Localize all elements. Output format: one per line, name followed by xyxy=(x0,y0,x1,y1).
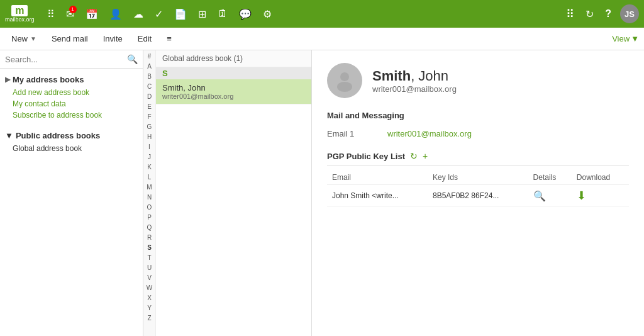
alpha-letter-x[interactable]: X xyxy=(143,293,155,303)
alpha-letter-t[interactable]: T xyxy=(143,253,155,263)
alpha-letter-h[interactable]: H xyxy=(143,132,155,142)
pgp-download-cell[interactable]: ⬇ xyxy=(572,185,629,207)
app-logo[interactable]: m mailbox.org xyxy=(5,5,35,23)
pgp-add-button[interactable]: + xyxy=(423,151,428,161)
alpha-letter-m[interactable]: M xyxy=(143,182,155,193)
action-toolbar: New ▼ Send mail Invite Edit ≡ View ▼ xyxy=(0,28,644,50)
my-address-books-section: ▶ My address books Add new address book … xyxy=(0,69,143,125)
col-email-header: Email xyxy=(327,171,428,185)
pgp-email-cell: John Smith <write... xyxy=(327,185,428,207)
alpha-letter-#[interactable]: # xyxy=(143,52,155,62)
search-icon[interactable]: 🔍 xyxy=(127,54,138,64)
alpha-letter-g[interactable]: G xyxy=(143,122,155,132)
email1-value[interactable]: writer001@mailbox.org xyxy=(387,129,472,138)
alpha-letter-o[interactable]: O xyxy=(143,203,155,213)
calendar2-icon[interactable]: 🗓 xyxy=(215,6,230,22)
pgp-details-cell[interactable]: 🔍 xyxy=(528,185,572,207)
settings-icon[interactable]: ⚙ xyxy=(260,6,274,23)
contact-letter-s: S xyxy=(156,67,311,79)
add-new-address-book-link[interactable]: Add new address book xyxy=(5,87,138,98)
alpha-letter-u[interactable]: U xyxy=(143,263,155,273)
alpha-letter-k[interactable]: K xyxy=(143,162,155,172)
pgp-download-icon[interactable]: ⬇ xyxy=(577,189,586,202)
detail-panel: Smith, John writer001@mailbox.org Mail a… xyxy=(312,50,644,336)
col-keyids-header: Key Ids xyxy=(428,171,528,185)
contacts-icon[interactable]: 👤 xyxy=(107,6,125,23)
public-address-books-header[interactable]: ▼ Public address books xyxy=(5,128,138,143)
my-contact-data-link[interactable]: My contact data xyxy=(5,98,138,109)
email1-row: Email 1 writer001@mailbox.org xyxy=(327,129,629,138)
main-layout: 🔍 ▶ My address books Add new address boo… xyxy=(0,50,644,336)
user-avatar[interactable]: JS xyxy=(620,4,639,23)
view-button[interactable]: View ▼ xyxy=(612,34,639,43)
contact-avatar xyxy=(327,63,362,98)
chat-icon[interactable]: 💬 xyxy=(236,6,254,23)
apps-icon[interactable]: ⠿ xyxy=(564,4,577,23)
grid-icon[interactable]: ⠿ xyxy=(45,6,57,23)
contacts-list: Global address book (1) S Smith, John wr… xyxy=(156,50,311,336)
notes-icon[interactable]: 📄 xyxy=(172,6,189,23)
collapse-arrow: ▶ xyxy=(5,76,10,84)
alpha-letter-c[interactable]: C xyxy=(143,82,155,92)
topbar-right: ⠿ ↻ ? JS xyxy=(564,4,639,23)
table-icon[interactable]: ⊞ xyxy=(196,6,209,23)
pgp-keyids-cell: 8B5AF0B2 86F24... xyxy=(428,185,528,207)
alpha-letter-b[interactable]: B xyxy=(143,72,155,82)
invite-button[interactable]: Invite xyxy=(97,31,129,46)
pgp-table: Email Key Ids Details Download John Smit… xyxy=(327,171,629,207)
alpha-letter-z[interactable]: Z xyxy=(143,313,155,323)
new-dropdown-arrow: ▼ xyxy=(30,35,36,42)
alpha-letter-p[interactable]: P xyxy=(143,213,155,223)
pgp-refresh-button[interactable]: ↻ xyxy=(410,151,418,161)
contact-email-header: writer001@mailbox.org xyxy=(372,84,457,94)
alpha-letter-e[interactable]: E xyxy=(143,102,155,112)
pgp-details-icon[interactable]: 🔍 xyxy=(533,191,546,201)
sidebar: 🔍 ▶ My address books Add new address boo… xyxy=(0,50,143,336)
pgp-section: PGP Public Key List ↻ + Email Key Ids De… xyxy=(327,151,629,207)
refresh-icon[interactable]: ↻ xyxy=(583,6,596,23)
cloud-icon[interactable]: ☁ xyxy=(131,6,146,23)
messaging-section-title: Mail and Messaging xyxy=(327,111,629,123)
calendar-icon[interactable]: 📅 xyxy=(83,6,101,23)
help-icon[interactable]: ? xyxy=(602,6,614,22)
mail-icon[interactable]: ✉ 1 xyxy=(64,6,77,23)
my-address-books-header[interactable]: ▶ My address books xyxy=(5,72,138,87)
contact-email-sub: writer001@mailbox.org xyxy=(162,92,305,100)
alpha-letter-w[interactable]: W xyxy=(143,283,155,293)
mail-badge: 1 xyxy=(69,6,77,13)
alpha-index: #ABCDEFGHIJKLMNOPQRSTUVWXYZ xyxy=(143,50,156,336)
alpha-letter-l[interactable]: L xyxy=(143,172,155,182)
contact-name: Smith, John xyxy=(162,83,305,92)
collapse-arrow2: ▼ xyxy=(5,131,13,140)
subscribe-address-book-link[interactable]: Subscribe to address book xyxy=(5,109,138,121)
alpha-letter-q[interactable]: Q xyxy=(143,223,155,233)
alpha-letter-r[interactable]: R xyxy=(143,233,155,243)
menu-button[interactable]: ≡ xyxy=(160,31,178,46)
global-address-book-item[interactable]: Global address book xyxy=(5,143,138,154)
search-input[interactable] xyxy=(5,55,125,64)
svg-point-1 xyxy=(337,82,352,92)
pgp-title: PGP Public Key List xyxy=(327,152,405,161)
new-button[interactable]: New ▼ xyxy=(5,31,43,46)
contact-full-name: Smith, John xyxy=(372,68,457,84)
contact-detail-name-block: Smith, John writer001@mailbox.org xyxy=(372,68,457,94)
alpha-letter-s[interactable]: S xyxy=(143,243,155,253)
contact-item[interactable]: Smith, John writer001@mailbox.org xyxy=(156,79,311,104)
contacts-header: Global address book (1) xyxy=(156,50,311,67)
alpha-letter-n[interactable]: N xyxy=(143,193,155,203)
edit-button[interactable]: Edit xyxy=(131,31,158,46)
alpha-letter-d[interactable]: D xyxy=(143,92,155,102)
col-download-header: Download xyxy=(572,171,629,185)
view-dropdown-arrow: ▼ xyxy=(631,34,639,43)
alpha-letter-a[interactable]: A xyxy=(143,62,155,72)
col-details-header: Details xyxy=(528,171,572,185)
send-mail-button[interactable]: Send mail xyxy=(45,31,94,46)
alpha-letter-f[interactable]: F xyxy=(143,112,155,122)
pgp-row: John Smith <write... 8B5AF0B2 86F24... 🔍… xyxy=(327,185,629,207)
contacts-panel: #ABCDEFGHIJKLMNOPQRSTUVWXYZ Global addre… xyxy=(143,50,312,336)
alpha-letter-j[interactable]: J xyxy=(143,152,155,162)
alpha-letter-v[interactable]: V xyxy=(143,273,155,283)
alpha-letter-i[interactable]: I xyxy=(143,142,155,152)
tasks-icon[interactable]: ✓ xyxy=(152,6,165,23)
alpha-letter-y[interactable]: Y xyxy=(143,303,155,313)
